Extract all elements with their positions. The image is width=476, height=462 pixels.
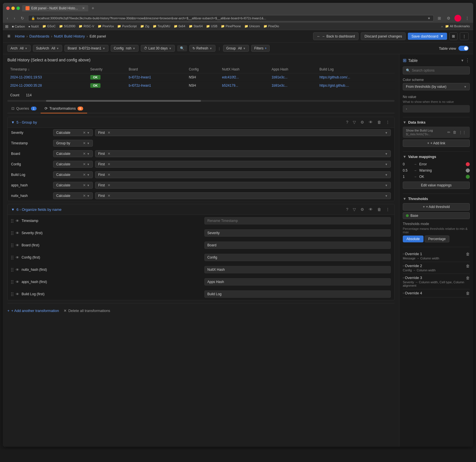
visibility-icon-3[interactable]: 👁 (16, 243, 19, 247)
bookmark-pinevox[interactable]: 📁 PineVox (97, 24, 115, 29)
tab-transformations[interactable]: ⟳ Transformations 6 (41, 104, 87, 113)
reload-btn[interactable]: ↻ (19, 15, 26, 21)
tag-remove-ah[interactable]: ✕ (108, 183, 110, 187)
override-3-delete-btn[interactable]: 🗑 (466, 276, 470, 280)
org-rename-6[interactable] (204, 278, 391, 286)
tag-remove-severity[interactable]: ✕ (108, 131, 110, 135)
select-chevron-bl[interactable]: ▼ (87, 173, 90, 176)
hamburger-menu-btn[interactable]: ≡ (7, 33, 11, 39)
op-select-nuttx-hash[interactable]: Calculate ✕ ▼ (53, 192, 93, 199)
apps-icon[interactable]: ⊞ (5, 24, 9, 29)
col-severity[interactable]: Severity (87, 66, 126, 73)
drag-handle-1[interactable] (11, 219, 13, 223)
config-filter[interactable]: Config nsh ▼ (111, 45, 139, 52)
tab-close-icon[interactable]: ✕ (82, 6, 85, 10)
org-rename-5[interactable] (204, 266, 391, 273)
tag-remove-config[interactable]: ✕ (108, 162, 110, 166)
tag-remove-nh[interactable]: ✕ (108, 194, 110, 198)
select-x-icon-ts[interactable]: ✕ (83, 141, 86, 145)
more-options-btn[interactable]: ⋮ (460, 32, 469, 40)
group-filter[interactable]: Group All ▼ (223, 45, 249, 52)
drag-handle-3[interactable] (11, 244, 13, 247)
discard-changes-btn[interactable]: Discard panel changes (361, 32, 406, 40)
override-1-title[interactable]: › Override 1 (403, 252, 466, 256)
value-mappings-header[interactable]: ▼ Value mappings (403, 155, 470, 159)
col-nuttx-hash[interactable]: NuttX Hash (219, 66, 269, 73)
override-4-title[interactable]: › Override 4 (403, 291, 466, 295)
browser-tab[interactable]: Edit panel - NuttX Build Histo... ✕ (22, 5, 88, 11)
timestamp-link-1[interactable]: 2024-11-20t01:19:53 (10, 75, 42, 79)
transform-organize-title[interactable]: ▼ 6 - Organize fields by name (11, 207, 62, 212)
select-chevron-icon[interactable]: ▼ (87, 131, 90, 134)
back-nav-btn[interactable]: ‹ (5, 15, 10, 21)
op-select-config[interactable]: Calculate ✕ ▼ (53, 161, 93, 168)
forward-nav-btn[interactable]: › (12, 15, 17, 21)
org-rename-7[interactable] (204, 290, 391, 298)
transform-hide-btn[interactable]: 👁 (368, 119, 374, 125)
drag-handle-7[interactable] (11, 292, 13, 296)
select-x-icon[interactable]: ✕ (83, 131, 86, 135)
bookmark-unicorn[interactable]: 📁 Unicorn (243, 24, 261, 29)
scroll-bar[interactable] (7, 100, 395, 102)
override-4-delete-btn[interactable]: 🗑 (466, 291, 470, 295)
bookmark-risc-v[interactable]: 📁 RISC-V (77, 24, 95, 29)
tag-remove-board[interactable]: ✕ (108, 152, 110, 156)
select-chevron-ah[interactable]: ▼ (87, 184, 90, 187)
drag-handle-5[interactable] (11, 268, 13, 272)
override-2-title[interactable]: › Override 2 (403, 264, 466, 268)
select-x-icon-ah[interactable]: ✕ (83, 183, 86, 187)
org-rename-2[interactable] (204, 229, 391, 237)
transform-delete-btn[interactable]: 🗑 (376, 119, 382, 125)
select-chevron-config[interactable]: ▼ (87, 163, 90, 166)
bookmark-usb[interactable]: 📁 USB (205, 24, 219, 29)
nuttx-hash-1[interactable]: edc410f2... (222, 75, 239, 79)
tag-chevron-nh[interactable]: ▼ (385, 194, 388, 197)
search-bar[interactable]: 🔍 (403, 66, 470, 74)
col-config[interactable]: Config (186, 66, 219, 73)
url-bar[interactable]: 🔒 localhost:3000/d/fe2q876wubc3kc/nuttx-… (28, 15, 434, 21)
org-delete-btn[interactable]: 🗑 (376, 207, 382, 212)
percentage-btn[interactable]: Percentage (425, 236, 449, 242)
drag-handle-4[interactable] (11, 256, 13, 259)
color-scheme-select[interactable]: From thresholds (by value) ▼ (403, 83, 470, 90)
bookmark-carbon[interactable]: ■ Carbon (11, 24, 26, 29)
org-filter-btn[interactable]: ▽ (352, 207, 357, 212)
transform-more-btn[interactable]: ⋮ (385, 119, 391, 125)
override-2-delete-btn[interactable]: 🗑 (466, 264, 470, 268)
save-dashboard-btn[interactable]: Save dashboard ▼ (408, 33, 447, 40)
subarch-filter[interactable]: SubArch All ▼ (33, 45, 62, 52)
tab-queries[interactable]: ⊡ Queries 1 (7, 104, 41, 113)
bookmark-star64[interactable]: 📁 Star64 (188, 24, 204, 29)
no-value-input[interactable] (403, 105, 470, 113)
visibility-icon-5[interactable]: 👁 (16, 268, 19, 272)
breadcrumb-nuttx[interactable]: NuttX Build History (54, 34, 85, 38)
visibility-icon-6[interactable]: 👁 (16, 280, 19, 284)
tag-chevron-board[interactable]: ▼ (385, 152, 388, 155)
drag-handle-6[interactable] (11, 280, 13, 284)
org-info-btn[interactable]: ? (345, 207, 349, 212)
transform-info-btn[interactable]: ? (345, 119, 349, 125)
bookmark-gsoc[interactable]: 📁 GSoC (41, 24, 57, 29)
op-select-severity[interactable]: Calculate ✕ ▼ (53, 129, 93, 136)
op-select-timestamp[interactable]: Group by ✕ ▼ (53, 140, 93, 147)
transform-filter-btn[interactable]: ▽ (352, 119, 357, 125)
board-link-2[interactable]: b-l072z-lrwan1 (129, 84, 151, 88)
select-chevron-board[interactable]: ▼ (87, 152, 90, 155)
tag-remove-bl[interactable]: ✕ (108, 173, 110, 177)
override-3-title[interactable]: › Override 3 (403, 276, 466, 280)
bookmark-sg2000[interactable]: 📁 SG2000 (58, 24, 76, 29)
filters-btn[interactable]: Filters + (251, 45, 270, 52)
col-apps-hash[interactable]: Apps Hash (269, 66, 317, 73)
op-select-buildlog[interactable]: Calculate ✕ ▼ (53, 171, 93, 178)
op-select-apps-hash[interactable]: Calculate ✕ ▼ (53, 182, 93, 189)
org-rename-3[interactable] (204, 242, 391, 249)
tag-chevron-bl[interactable]: ▼ (385, 173, 388, 176)
transform-debug-btn[interactable]: ⚙ (359, 119, 365, 125)
apps-hash-1[interactable]: 1b91e3c... (272, 75, 288, 79)
new-tab-btn[interactable]: + (92, 6, 94, 11)
visibility-icon-7[interactable]: 👁 (16, 292, 19, 296)
extensions-btn[interactable]: ⚙ (445, 15, 452, 21)
col-timestamp[interactable]: Timestamp ↓ (7, 66, 87, 73)
tag-chevron-ah[interactable]: ▼ (385, 184, 388, 187)
minimize-btn[interactable] (11, 7, 15, 10)
